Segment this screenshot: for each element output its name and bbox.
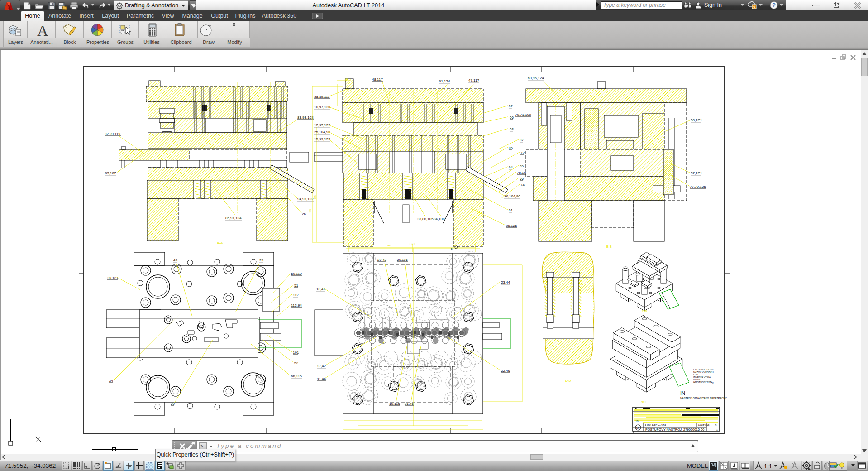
svg-text:B: B bbox=[451, 247, 453, 250]
svg-text:48,117: 48,117 bbox=[372, 77, 383, 82]
svg-text:64: 64 bbox=[509, 165, 513, 169]
svg-text:06: 06 bbox=[510, 115, 514, 120]
svg-text:49: 49 bbox=[173, 258, 177, 262]
svg-text:83,93,103: 83,93,103 bbox=[297, 115, 314, 120]
svg-text:780: 780 bbox=[640, 400, 646, 404]
svg-text:30: 30 bbox=[171, 402, 175, 406]
svg-text:91,44: 91,44 bbox=[317, 377, 326, 381]
svg-text:18,41: 18,41 bbox=[316, 287, 326, 291]
svg-text:1: 1 bbox=[716, 428, 718, 431]
svg-text:03: 03 bbox=[510, 127, 514, 131]
svg-text:112: 112 bbox=[293, 293, 299, 297]
svg-text:23,44: 23,44 bbox=[501, 280, 510, 284]
svg-text:20,116: 20,116 bbox=[397, 258, 408, 262]
svg-text:39,121: 39,121 bbox=[107, 276, 119, 280]
svg-text:50,119: 50,119 bbox=[291, 272, 302, 276]
svg-text:B-B: B-B bbox=[606, 245, 612, 248]
svg-text:33,88,105: 33,88,105 bbox=[417, 217, 434, 221]
svg-text:27,42: 27,42 bbox=[377, 258, 387, 262]
svg-text:94,93,102: 94,93,102 bbox=[297, 197, 314, 201]
svg-text:NASTROJ OZNACITAKO NEBEZPECNY: NASTROJ OZNACITAKO NEBEZPECNY bbox=[680, 397, 727, 399]
svg-text:780: 780 bbox=[642, 310, 647, 313]
svg-text:02: 02 bbox=[509, 104, 513, 108]
svg-text:01: 01 bbox=[509, 208, 513, 212]
svg-text:51: 51 bbox=[294, 284, 298, 288]
svg-text:61,124: 61,124 bbox=[439, 79, 450, 83]
svg-text:05: 05 bbox=[509, 146, 513, 150]
svg-text:74: 74 bbox=[520, 183, 525, 187]
svg-text:17,42: 17,42 bbox=[317, 364, 326, 368]
svg-text:08,125: 08,125 bbox=[506, 224, 517, 228]
svg-text:M: M bbox=[636, 427, 639, 429]
svg-text:POSTUPOVY NASTROJ: POSTUPOVY NASTROJ bbox=[645, 428, 682, 432]
svg-text:24: 24 bbox=[109, 379, 113, 383]
svg-text:85,91,104: 85,91,104 bbox=[225, 216, 242, 220]
svg-text:66,115: 66,115 bbox=[291, 374, 302, 378]
svg-text:20: 20 bbox=[345, 77, 348, 80]
svg-text:26: 26 bbox=[302, 212, 306, 216]
svg-text:55: 55 bbox=[520, 164, 524, 168]
svg-text:77,79,126: 77,79,126 bbox=[690, 185, 706, 189]
svg-text:101: 101 bbox=[293, 351, 299, 355]
svg-text:D-D: D-D bbox=[565, 379, 571, 382]
svg-text:60,96,124: 60,96,124 bbox=[528, 76, 544, 80]
svg-text:56: 56 bbox=[520, 177, 524, 181]
svg-text:25: 25 bbox=[259, 258, 263, 262]
svg-text:279000015-00: 279000015-00 bbox=[683, 428, 704, 432]
svg-text:70,71,109: 70,71,109 bbox=[515, 113, 531, 117]
svg-text:1:1: 1:1 bbox=[764, 463, 772, 470]
svg-text:38,1P1: 38,1P1 bbox=[691, 118, 702, 122]
svg-text:A.M KLAVEC rev VIDA: A.M KLAVEC rev VIDA bbox=[645, 424, 667, 427]
svg-text:L/03/848/08: L/03/848/08 bbox=[698, 424, 710, 426]
svg-text:22,46: 22,46 bbox=[501, 369, 510, 373]
svg-text:19,116: 19,116 bbox=[389, 402, 400, 406]
svg-text:58,89,111: 58,89,111 bbox=[314, 95, 330, 99]
svg-text:21,45: 21,45 bbox=[405, 402, 414, 406]
svg-text:72: 72 bbox=[520, 151, 525, 155]
svg-text:IN: IN bbox=[680, 390, 685, 396]
svg-text:A-A: A-A bbox=[217, 241, 223, 245]
svg-text:113,94: 113,94 bbox=[291, 303, 302, 308]
svg-text:52: 52 bbox=[294, 361, 298, 365]
svg-text:25,104,90: 25,104,90 bbox=[314, 130, 330, 134]
svg-text:37,1P1: 37,1P1 bbox=[691, 171, 702, 175]
svg-text:87: 87 bbox=[520, 138, 524, 142]
svg-text:408: 408 bbox=[309, 209, 311, 213]
svg-text:10: 10 bbox=[635, 420, 639, 423]
svg-text:47,117: 47,117 bbox=[468, 78, 479, 82]
svg-text:146: 146 bbox=[453, 244, 457, 247]
svg-text:34,108: 34,108 bbox=[434, 217, 445, 221]
svg-text:15,99,123: 15,99,123 bbox=[314, 137, 330, 141]
svg-text:36,104,90: 36,104,90 bbox=[504, 194, 520, 198]
svg-text:185: 185 bbox=[314, 195, 316, 199]
svg-text:63,107: 63,107 bbox=[105, 171, 116, 175]
svg-text:HMOTNOST:853kg: HMOTNOST:853kg bbox=[693, 381, 714, 384]
svg-text:32,99,119: 32,99,119 bbox=[105, 132, 121, 136]
svg-text:146: 146 bbox=[387, 244, 391, 247]
svg-text:10,97,120: 10,97,120 bbox=[314, 105, 330, 109]
svg-text:12,97,122: 12,97,122 bbox=[314, 123, 330, 127]
